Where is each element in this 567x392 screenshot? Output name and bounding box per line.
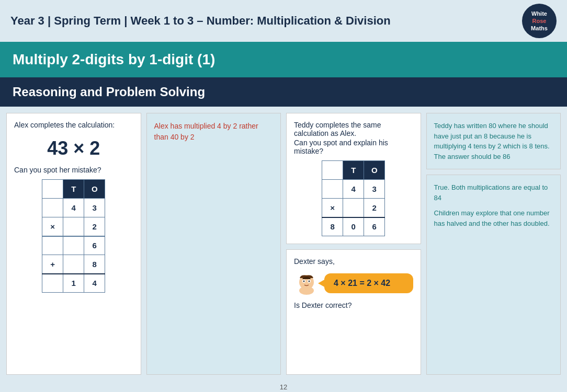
page-title: Year 3 | Spring Term | Week 1 to 3 – Num… — [10, 14, 391, 28]
left-table-r5c2: 4 — [84, 274, 105, 293]
left-main-card: Alex completes the calculation: 43 × 2 C… — [6, 113, 141, 375]
right-top-intro: Teddy completes the same calculation as … — [294, 121, 413, 137]
right-table-r2c0: × — [322, 199, 343, 217]
logo-line1: White — [531, 10, 547, 17]
dexter-row: 4 × 21 = 2 × 42 — [294, 271, 413, 296]
right-table-header-o: O — [364, 161, 385, 180]
svg-point-1 — [299, 286, 314, 295]
left-mult-table: T O 4 3 × 2 6 — [42, 179, 105, 293]
svg-point-4 — [303, 281, 305, 282]
logo-line3: Maths — [531, 25, 548, 32]
right-table-r1c1: 4 — [343, 180, 364, 199]
svg-point-5 — [309, 281, 310, 282]
right-top-hint-card: Teddy has written 80 where he should hav… — [426, 113, 561, 169]
left-table-r1c1: 4 — [63, 199, 84, 217]
speech-bubble: 4 × 21 = 2 × 42 — [324, 273, 413, 293]
right-hints-col: Teddy has written 80 where he should hav… — [426, 113, 561, 375]
logo-line2: Rose — [532, 17, 547, 25]
right-table-header-t: T — [343, 161, 364, 180]
right-top-main-card: Teddy completes the same calculation as … — [286, 113, 421, 244]
left-table-r5c1: 1 — [63, 274, 84, 293]
left-card-question: Can you spot her mistake? — [14, 166, 133, 174]
right-top-mult-table: T O 4 3 × 2 8 0 — [322, 160, 385, 236]
right-table-r2c2: 2 — [364, 199, 385, 217]
teal-banner-title: Multiply 2-digits by 1-digit (1) — [13, 51, 554, 68]
left-table-r1c2: 3 — [84, 199, 105, 217]
logo: White Rose Maths — [522, 4, 557, 38]
right-top-col: Teddy completes the same calculation as … — [286, 113, 421, 375]
left-panel: Alex completes the calculation: 43 × 2 C… — [6, 113, 281, 375]
teal-banner: Multiply 2-digits by 1-digit (1) — [0, 42, 567, 77]
right-bottom-hint-text2: Children may explore that one number has… — [434, 208, 553, 228]
right-bottom-main-card: Dexter says, 4 × 2 — [286, 249, 421, 375]
right-table-r3c2: 6 — [364, 217, 385, 236]
left-table-r2c0: × — [42, 217, 63, 236]
left-table-header-o: O — [84, 180, 105, 199]
blue-banner-title: Reasoning and Problem Solving — [13, 85, 554, 99]
left-table-r2c2: 2 — [84, 217, 105, 236]
blue-banner: Reasoning and Problem Solving — [0, 77, 567, 107]
right-table-r1c2: 3 — [364, 180, 385, 199]
left-table-header-t: T — [63, 180, 84, 199]
right-bottom-hint-card: True. Both multiplications are equal to … — [426, 175, 561, 375]
avatar — [294, 271, 319, 296]
left-table-r4c2: 8 — [84, 255, 105, 274]
right-table-r3c0: 8 — [322, 217, 343, 236]
left-hint-text: Alex has multiplied 4 by 2 rather than 4… — [154, 121, 274, 143]
right-top-question: Can you spot and explain his mistake? — [294, 139, 413, 155]
right-bottom-question: Is Dexter correct? — [294, 301, 413, 309]
main-content: Alex completes the calculation: 43 × 2 C… — [0, 107, 567, 381]
dexter-equation: 4 × 21 = 2 × 42 — [334, 279, 390, 287]
left-card-equation: 43 × 2 — [14, 137, 133, 159]
page-number: 12 — [0, 381, 567, 392]
left-table-r3c2: 6 — [84, 236, 105, 255]
right-bottom-hint-text1: True. Both multiplications are equal to … — [434, 182, 553, 203]
right-bottom-intro: Dexter says, — [294, 257, 413, 266]
left-hint-card: Alex has multiplied 4 by 2 rather than 4… — [146, 113, 281, 375]
right-table-r3c1: 0 — [343, 217, 364, 236]
right-panel: Teddy completes the same calculation as … — [286, 113, 561, 375]
right-top-hint-text: Teddy has written 80 where he should hav… — [434, 121, 553, 162]
top-bar: Year 3 | Spring Term | Week 1 to 3 – Num… — [0, 0, 567, 42]
left-card-intro: Alex completes the calculation: — [14, 121, 133, 129]
left-table-r4c0: + — [42, 255, 63, 274]
